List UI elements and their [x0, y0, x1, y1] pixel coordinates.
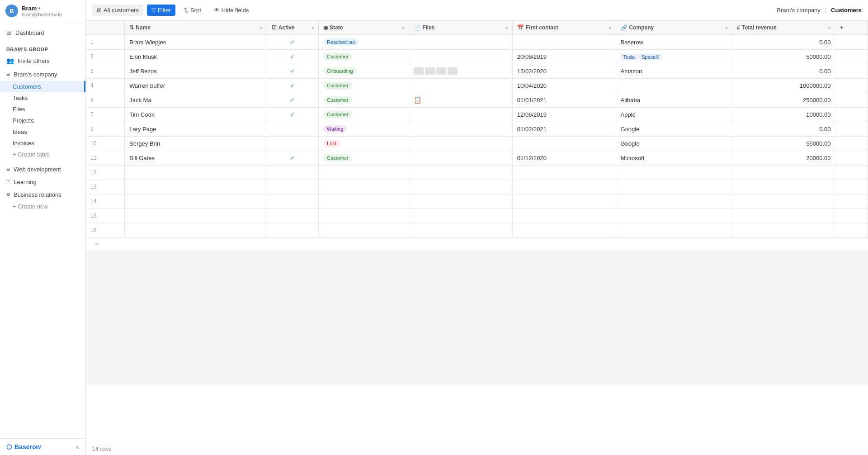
add-column-button[interactable]: + [835, 21, 868, 35]
name-cell[interactable]: Bram Wiepjes [125, 35, 267, 49]
table-row[interactable]: 12⤢ [86, 165, 868, 180]
files-cell [409, 136, 513, 151]
name-cell[interactable] [125, 223, 267, 237]
name-cell[interactable] [125, 209, 267, 223]
row-number-cell: 3⤢ [86, 64, 125, 78]
col-header-company[interactable]: 🔗 Company ▾ [616, 21, 732, 35]
sort-button[interactable]: ⇅ Sort [179, 5, 206, 16]
revenue-cell: 55000.00 [732, 136, 835, 151]
name-cell[interactable]: Sergey Brin [125, 136, 267, 151]
sidebar-item-ideas[interactable]: Ideas [0, 126, 85, 137]
revenue-cell: 10000.00 [732, 107, 835, 122]
first-contact-cell [512, 180, 616, 194]
sidebar-item-invite-others[interactable]: 👥 Invite others [0, 54, 85, 67]
table-row[interactable]: 9⤢Lary PageWaiting01/02/2021Google0.00 [86, 122, 868, 136]
table-row[interactable]: 13⤢ [86, 180, 868, 194]
sidebar-item-learning[interactable]: ≡ Learning [0, 175, 85, 188]
files-cell [409, 209, 513, 223]
invite-others-label: Invite others [18, 57, 50, 64]
state-cell [319, 194, 409, 209]
files-cell [409, 64, 513, 78]
add-col-placeholder [835, 49, 868, 64]
create-new-button[interactable]: + Create new [0, 201, 85, 212]
table-row[interactable]: 7⤢Tim Cook✓Customer12/06/2019Apple10000.… [86, 107, 868, 122]
collapse-sidebar-button[interactable]: « [75, 443, 79, 450]
table-row[interactable]: 4⤢Warren buffer✓Customer10/04/2020100000… [86, 78, 868, 93]
name-cell[interactable]: Lary Page [125, 122, 267, 136]
revenue-cell: 0.00 [732, 35, 835, 49]
files-cell: 📋 [409, 93, 513, 107]
sidebar: B Bram ▾ bram@baserow.io ⊞ Dashboard Bra… [0, 0, 86, 455]
sidebar-item-projects[interactable]: Projects [0, 115, 85, 126]
table-body: 1⤢Bram Wiepjes✓Reached outBaserow0.002⤢E… [86, 35, 868, 237]
first-contact-cell: 12/06/2019 [512, 107, 616, 122]
first-contact-cell: 20/06/2019 [512, 49, 616, 64]
table-row[interactable]: 14⤢ [86, 194, 868, 209]
add-col-placeholder [835, 223, 868, 237]
col-header-name[interactable]: ⇅ Name ▾ [125, 21, 267, 35]
state-cell: Onboarding [319, 64, 409, 78]
name-cell[interactable]: Bill Gates [125, 151, 267, 165]
sidebar-item-business-relations[interactable]: ≡ Business relations [0, 188, 85, 201]
table-row[interactable]: 2⤢Elon Musk✓Customer20/06/2019TeslaSpace… [86, 49, 868, 64]
table-row[interactable]: 3⤢Jeff Bezos✓Onboarding15/02/2020Amazon0… [86, 64, 868, 78]
files-cell [409, 180, 513, 194]
sidebar-item-customers[interactable]: Customers [0, 81, 85, 92]
name-cell[interactable]: Tim Cook [125, 107, 267, 122]
table-row[interactable]: 10⤢Sergey BrinLostGoogle55000.00 [86, 136, 868, 151]
first-contact-cell: 10/04/2020 [512, 78, 616, 93]
state-cell: Waiting [319, 122, 409, 136]
name-cell[interactable]: Jeff Bezos [125, 64, 267, 78]
sort-caret-icon: ▾ [609, 25, 611, 30]
company-label: Bram's company [14, 71, 57, 78]
brand-logo: ⬡ Baserow [6, 443, 41, 450]
revenue-cell: 50000.00 [732, 49, 835, 64]
sidebar-item-tasks[interactable]: Tasks [0, 92, 85, 104]
create-table-button[interactable]: + Create table [0, 149, 85, 160]
active-cell: ✓ [267, 35, 318, 49]
hide-fields-button[interactable]: 👁 Hide fields [209, 5, 254, 16]
name-cell[interactable]: Jack Ma [125, 93, 267, 107]
checkmark-icon: ✓ [290, 82, 295, 89]
table-row[interactable]: 6⤢Jack Ma✓Customer📋01/01/2021Alibaba2500… [86, 93, 868, 107]
state-badge: Waiting [323, 125, 347, 133]
col-header-state[interactable]: ◉ State ▾ [319, 21, 409, 35]
revenue-cell [732, 223, 835, 237]
table-row[interactable]: 15⤢ [86, 209, 868, 223]
add-row-button[interactable]: + [90, 237, 104, 251]
sidebar-item-brams-company[interactable]: ≡ Bram's company [0, 67, 85, 81]
file-thumbnail [425, 67, 435, 75]
table-row[interactable]: 16⤢ [86, 223, 868, 237]
user-name: Bram ▾ [22, 5, 62, 12]
state-cell [319, 165, 409, 180]
col-header-files[interactable]: 📄 Files ▾ [409, 21, 513, 35]
company-cell: Apple [616, 107, 732, 122]
sidebar-item-dashboard[interactable]: ⊞ Dashboard [0, 26, 85, 39]
name-cell[interactable] [125, 194, 267, 209]
table-row[interactable]: 1⤢Bram Wiepjes✓Reached outBaserow0.00 [86, 35, 868, 49]
files-cell [409, 35, 513, 49]
sidebar-item-web-development[interactable]: ≡ Web development [0, 163, 85, 175]
first-contact-cell [512, 194, 616, 209]
row-number-cell: 15⤢ [86, 209, 125, 223]
table-row[interactable]: 11⤢Bill Gates✓Customer01/12/2020Microsof… [86, 151, 868, 165]
active-cell [267, 194, 318, 209]
sidebar-item-files[interactable]: Files [0, 104, 85, 115]
company-breadcrumb[interactable]: Bram's company [777, 7, 820, 14]
col-header-active[interactable]: ☑ Active ▾ [267, 21, 318, 35]
user-profile-header[interactable]: B Bram ▾ bram@baserow.io [0, 0, 85, 22]
sort-caret-icon: ▾ [725, 25, 727, 30]
files-cell [409, 194, 513, 209]
files-cell [409, 78, 513, 93]
col-header-total-revenue[interactable]: # Total revenue ▾ [732, 21, 835, 35]
name-cell[interactable] [125, 180, 267, 194]
all-customers-view-button[interactable]: ⊞ All customers [92, 5, 143, 16]
name-cell[interactable] [125, 165, 267, 180]
name-cell[interactable]: Elon Musk [125, 49, 267, 64]
filter-button[interactable]: ▽ Filter [147, 5, 175, 16]
sidebar-item-invoices[interactable]: Invoices [0, 137, 85, 149]
state-badge: Customer [323, 82, 352, 89]
active-cell [267, 122, 318, 136]
col-header-first-contact[interactable]: 📅 First contact ▾ [512, 21, 616, 35]
name-cell[interactable]: Warren buffer [125, 78, 267, 93]
